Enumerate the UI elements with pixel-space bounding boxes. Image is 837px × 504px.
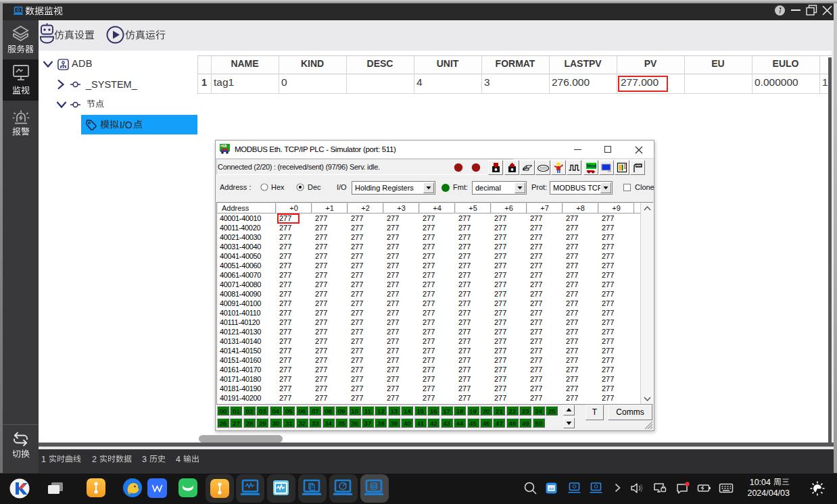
svg-text:Mod: Mod [587,163,596,168]
svg-text:Eth: Eth [220,144,226,148]
